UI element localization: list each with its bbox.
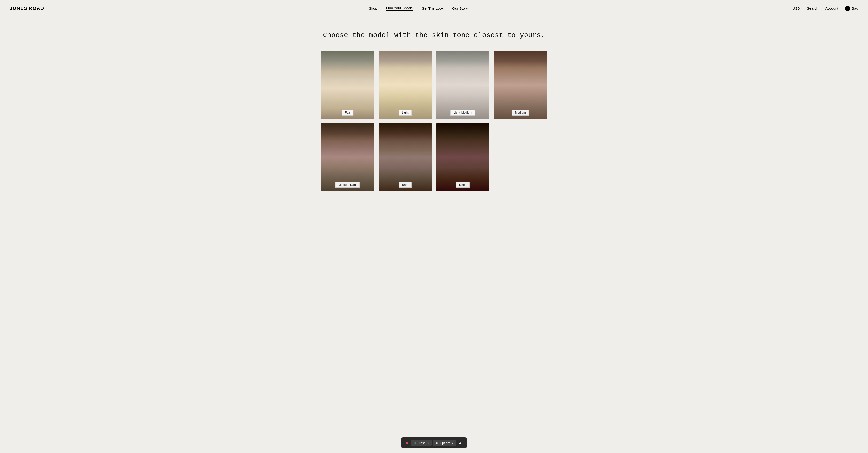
shade-label-medium: Medium [512,110,529,116]
shade-label-dark: Dark [399,182,412,188]
shade-label-deep: Deep [456,182,470,188]
model-card-fair[interactable]: Fair [321,51,374,119]
nav-shop[interactable]: Shop [369,6,377,10]
logo[interactable]: JONES ROAD [10,6,44,11]
model-image-dark [378,123,432,191]
bag-icon [845,6,850,11]
shade-label-light: Light [399,110,412,116]
bag-label: Bag [852,6,858,10]
model-card-light[interactable]: Light [378,51,432,119]
search-link[interactable]: Search [807,6,818,10]
model-image-light [378,51,432,119]
site-header: JONES ROAD Shop Find Your Shade Get The … [0,0,868,17]
shade-label-fair: Fair [342,110,353,116]
page-heading: Choose the model with the skin tone clos… [323,31,545,39]
model-card-light-medium[interactable]: Light-Medium [436,51,490,119]
model-image-deep [436,123,490,191]
main-content: Choose the model with the skin tone clos… [0,17,868,211]
page-number: 4 [457,440,464,446]
model-card-dark[interactable]: Dark [378,123,432,191]
currency-selector[interactable]: USD [793,6,800,10]
shade-label-medium-dark: Medium-Dark [335,182,360,188]
account-link[interactable]: Account [825,6,838,10]
main-nav: Shop Find Your Shade Get The Look Our St… [369,6,468,11]
model-image-medium [494,51,547,119]
options-label: Options [440,441,451,445]
models-grid: Fair Light Light-Medium Medium Medium-Da… [321,51,547,191]
options-icon: ⚙ [436,441,439,445]
nav-find-your-shade[interactable]: Find Your Shade [386,6,413,11]
model-card-medium-dark[interactable]: Medium-Dark [321,123,374,191]
model-image-medium-dark [321,123,374,191]
model-image-fair [321,51,374,119]
close-icon[interactable]: ✕ [404,440,410,446]
nav-get-the-look[interactable]: Get The Look [422,6,444,10]
preset-chevron-icon: ▾ [428,442,429,444]
preset-icon: ⊞ [413,441,416,445]
bottom-toolbar: ✕ ⊞ Preset ▾ ⚙ Options ▾ 4 [401,437,467,448]
shade-label-light-medium: Light-Medium [451,110,475,116]
model-card-deep[interactable]: Deep [436,123,490,191]
preset-label: Preset [417,441,427,445]
header-actions: USD Search Account Bag [793,6,858,11]
model-card-medium[interactable]: Medium [494,51,547,119]
preset-button[interactable]: ⊞ Preset ▾ [410,440,432,446]
options-button[interactable]: ⚙ Options ▾ [433,440,456,446]
bag-button[interactable]: Bag [845,6,858,11]
model-image-light-medium [436,51,490,119]
options-chevron-icon: ▾ [452,442,453,444]
nav-our-story[interactable]: Our Story [452,6,468,10]
